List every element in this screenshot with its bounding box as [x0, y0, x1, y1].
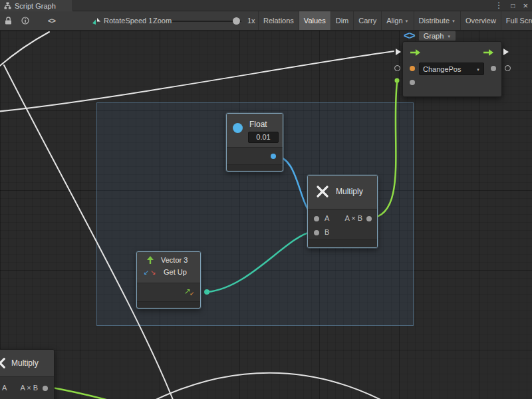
wire-bottom-multiply-out[interactable] [45, 386, 156, 399]
values-label: Values [304, 17, 326, 25]
multiply-icon [0, 357, 6, 369]
bottom-multiply-output-label: A × B [20, 384, 38, 392]
getup-subtitle: Get Up [164, 268, 187, 276]
vector3-icon [146, 256, 154, 265]
multiply-input-a-label: A [325, 214, 329, 222]
chevron-down-icon: ▼ [447, 35, 451, 39]
graph-dropdown-label: Graph [424, 32, 444, 40]
overview-label: Overview [466, 17, 496, 25]
graph-header: <> Graph ▼ [404, 31, 456, 41]
vector3-getup-node[interactable]: Vector 3 ↙ ↘ Get Up ↗ ↙ [136, 251, 201, 309]
vector3-output-icon[interactable]: ↙ [190, 291, 194, 297]
script-graph-asset-icon [92, 17, 101, 25]
unconnected-port-icon[interactable] [505, 65, 511, 71]
flow-in-arrow-icon [396, 49, 401, 55]
get-arrow-icon: ↘ [150, 269, 156, 276]
graph-dropdown[interactable]: Graph ▼ [418, 31, 457, 41]
tab-script-graph[interactable]: Script Graph [0, 0, 73, 11]
multiply-input-b-label: B [325, 228, 329, 236]
relations-button[interactable]: Relations [258, 11, 299, 30]
align-label: Align [386, 17, 402, 25]
multiply-node-title: Multiply [336, 187, 363, 196]
bottom-multiply-title: Multiply [11, 358, 39, 368]
fullscreen-label: Full Screen [506, 17, 532, 25]
script-graph-icon: <> [404, 31, 415, 42]
bottom-multiply-output-port[interactable] [43, 386, 48, 391]
graph-canvas[interactable]: <> Graph ▼ ChangePos ▼ Float 0.01 [0, 31, 532, 399]
code-view-icon[interactable]: <> [48, 17, 55, 25]
event-output-port[interactable] [491, 66, 496, 71]
align-button[interactable]: Align ▼ [381, 11, 413, 30]
chevron-down-icon: ▼ [405, 19, 409, 23]
bottom-multiply-input-a-label: A [2, 384, 7, 392]
graph-tab-icon [4, 2, 11, 9]
get-arrow-icon: ↙ [144, 269, 149, 276]
overview-button[interactable]: Overview [460, 11, 501, 30]
chevron-down-icon: ▼ [452, 19, 456, 23]
lock-icon[interactable] [5, 17, 12, 25]
zoom-label: Zoom [153, 17, 172, 25]
dim-label: Dim [336, 17, 349, 25]
carry-label: Carry [358, 17, 376, 25]
relations-label: Relations [263, 17, 294, 25]
external-connection-wire[interactable] [0, 32, 49, 69]
multiply-icon [316, 185, 329, 198]
float-node[interactable]: Float 0.01 [226, 113, 283, 172]
multiply-input-a-port[interactable] [314, 216, 319, 221]
float-type-icon [233, 123, 243, 133]
values-button[interactable]: Values [299, 11, 331, 30]
toolbar-buttons: Relations Values Dim Carry Align ▼ Distr… [258, 11, 532, 30]
multiply-output-label: A × B [344, 214, 362, 222]
float-node-title: Float [249, 120, 267, 129]
flow-out-arrow-icon [503, 49, 509, 55]
zoom-level: 1x [247, 17, 255, 25]
distribute-label: Distribute [419, 17, 450, 25]
vector3-node-title: Vector 3 [161, 256, 188, 264]
zoom-slider-handle[interactable] [233, 17, 240, 25]
external-connection-wire[interactable] [146, 373, 390, 399]
tab-title: Script Graph [15, 2, 56, 10]
event-node[interactable]: ChangePos ▼ [402, 41, 502, 97]
kebab-menu-icon[interactable]: ⋮ [495, 0, 503, 11]
bottom-multiply-node[interactable]: Multiply A A × B [0, 349, 55, 399]
multiply-output-port[interactable] [366, 216, 372, 221]
asset-name[interactable]: RotateSpeed 1 [104, 17, 152, 25]
maximize-icon[interactable]: □ [511, 0, 515, 11]
graph-toolbar: <> RotateSpeed 1 Zoom 1x Relations Value… [0, 11, 532, 31]
changepos-value: ChangePos [423, 65, 462, 73]
zoom-slider[interactable] [172, 21, 241, 22]
event-target-port[interactable] [410, 66, 415, 71]
flow-arrow-icon[interactable] [483, 49, 495, 57]
float-value-field[interactable]: 0.01 [248, 132, 279, 143]
close-icon[interactable]: × [523, 0, 528, 11]
window-controls: ⋮ □ × [495, 0, 528, 11]
flow-arrow-icon[interactable] [410, 49, 422, 57]
multiply-node[interactable]: Multiply A A × B B [307, 175, 378, 248]
event-input-port[interactable] [410, 80, 415, 85]
multiply-input-b-port[interactable] [314, 230, 319, 235]
fullscreen-button[interactable]: Full Screen [501, 11, 532, 30]
info-icon[interactable] [21, 17, 29, 25]
chevron-down-icon: ▼ [476, 68, 480, 72]
carry-button[interactable]: Carry [353, 11, 381, 30]
float-output-port[interactable] [271, 154, 276, 159]
unconnected-port-icon[interactable] [394, 65, 400, 71]
changepos-input-knob[interactable] [395, 78, 400, 83]
title-bar: Script Graph ⋮ □ × [0, 0, 532, 11]
distribute-button[interactable]: Distribute ▼ [414, 11, 460, 30]
dim-button[interactable]: Dim [331, 11, 354, 30]
changepos-dropdown[interactable]: ChangePos ▼ [419, 63, 484, 75]
